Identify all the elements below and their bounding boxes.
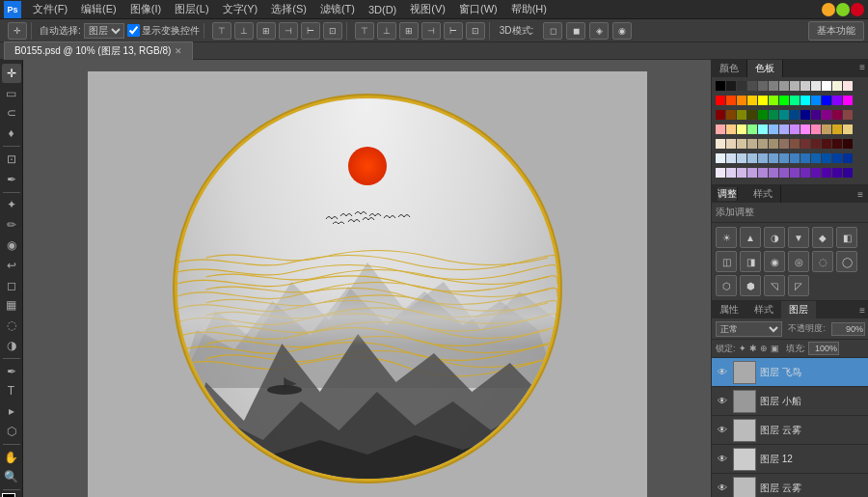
color-swatch[interactable] [726,168,736,178]
color-swatch[interactable] [790,139,800,149]
tool-hand[interactable]: ✋ [2,448,21,467]
adj-threshold[interactable]: ⬢ [740,275,761,296]
tool-eraser[interactable]: ◻ [2,276,21,295]
color-swatch[interactable] [790,81,800,91]
tool-heal[interactable]: ✦ [2,196,21,215]
layer-visibility-toggle[interactable]: 👁 [716,366,729,379]
menu-3d[interactable]: 3D(D) [363,2,402,17]
adj-posterize[interactable]: ⬡ [716,275,737,296]
adj-menu-icon[interactable]: ≡ [857,189,863,200]
adj-levels[interactable]: ▲ [740,227,761,248]
color-swatch[interactable] [779,168,789,178]
color-swatch[interactable] [758,96,768,105]
tool-zoom[interactable]: 🔍 [2,467,21,486]
align-bottom[interactable]: ⊞ [257,22,276,40]
adj-bw[interactable]: ◨ [740,251,761,272]
color-swatch[interactable] [726,139,736,149]
color-swatch[interactable] [716,139,725,149]
menu-help[interactable]: 帮助(H) [505,0,553,18]
menu-file[interactable]: 文件(F) [27,0,73,18]
color-swatch[interactable] [726,81,736,91]
adj-photofilter[interactable]: ◉ [764,251,785,272]
color-swatch[interactable] [716,81,725,91]
layer-item[interactable]: 👁 图层 云雾 [712,474,868,497]
color-swatch[interactable] [769,81,778,91]
adj-tab-styles[interactable]: 样式 [746,185,781,203]
color-swatch[interactable] [737,81,746,91]
color-swatch[interactable] [832,110,842,120]
move-tool[interactable]: ✛ [8,22,27,40]
layers-tab-styles[interactable]: 样式 [746,301,781,318]
3d-btn3[interactable]: ◈ [589,22,609,40]
color-swatch[interactable] [737,139,746,149]
color-swatch[interactable] [726,153,736,163]
opacity-input[interactable]: 90% [831,322,865,336]
fill-input[interactable]: 100% [808,342,839,355]
blend-mode-select[interactable]: 正常 [716,321,782,337]
adj-brightness[interactable]: ☀ [716,227,737,248]
adj-selective-color[interactable]: ◸ [788,275,809,296]
color-swatch[interactable] [843,153,853,163]
menu-filter[interactable]: 滤镜(T) [314,0,361,18]
tool-brush[interactable]: ✏ [2,215,21,235]
tool-select-rect[interactable]: ▭ [2,84,21,103]
color-swatch[interactable] [758,168,768,178]
layer-item[interactable]: 👁 图层 云雾 [712,416,868,445]
color-swatch[interactable] [779,124,789,134]
close-button[interactable] [851,3,864,16]
menu-edit[interactable]: 编辑(E) [75,0,122,18]
lock-icon-3[interactable]: ⊕ [760,344,768,353]
color-swatch[interactable] [822,124,831,134]
color-swatch[interactable] [822,81,831,91]
color-swatch[interactable] [737,110,746,120]
menu-layer[interactable]: 图层(L) [169,0,214,18]
color-swatch[interactable] [769,139,778,149]
layer-item[interactable]: 👁 图层 小船 [712,387,868,416]
tool-shape[interactable]: ⬡ [2,422,21,441]
color-swatch[interactable] [811,168,821,178]
color-swatch[interactable] [843,110,853,120]
menu-image[interactable]: 图像(I) [124,0,167,18]
color-swatch[interactable] [716,110,725,120]
color-swatch[interactable] [779,96,789,105]
layer-visibility-toggle[interactable]: 👁 [716,453,729,466]
tool-crop[interactable]: ⊡ [2,150,21,169]
color-swatch[interactable] [790,96,800,105]
adj-curves[interactable]: ◑ [764,227,785,248]
color-swatch[interactable] [822,168,831,178]
color-swatch[interactable] [832,168,842,178]
color-swatch[interactable] [832,81,842,91]
color-swatch[interactable] [811,110,821,120]
adj-colorbalance[interactable]: ◫ [716,251,737,272]
layer-visibility-toggle[interactable]: 👁 [716,395,729,408]
color-swatch[interactable] [779,139,789,149]
color-swatch[interactable] [822,139,831,149]
layers-menu-icon[interactable]: ≡ [855,303,868,318]
color-swatch[interactable] [832,153,842,163]
tool-gradient[interactable]: ▦ [2,295,21,315]
tool-lasso[interactable]: ⊂ [2,104,21,124]
adj-colorlookup[interactable]: ◌ [812,251,833,272]
color-swatch[interactable] [769,96,778,105]
menu-text[interactable]: 文字(Y) [217,0,264,18]
color-tab[interactable]: 颜色 [712,60,747,77]
auto-select-dropdown[interactable]: 图层 [84,23,124,39]
color-swatch[interactable] [758,124,768,134]
adj-exposure[interactable]: ▼ [788,227,809,248]
layer-item[interactable]: 👁 图层 飞鸟 [712,358,868,387]
color-swatch[interactable] [758,153,768,163]
color-swatch[interactable] [779,153,789,163]
adj-tab-adjustments[interactable]: 调整 [718,187,738,201]
layer-visibility-toggle[interactable]: 👁 [716,482,729,495]
color-swatch[interactable] [800,139,810,149]
color-swatch[interactable] [716,124,725,134]
color-swatch[interactable] [843,139,853,149]
tool-stamp[interactable]: ◉ [2,235,21,255]
dist-bottom[interactable]: ⊞ [399,22,419,40]
dist-right[interactable]: ⊡ [466,22,485,40]
color-swatch[interactable] [843,81,853,91]
color-swatch[interactable] [822,153,831,163]
color-swatch[interactable] [800,153,810,163]
color-swatch[interactable] [790,110,800,120]
color-swatch[interactable] [769,153,778,163]
